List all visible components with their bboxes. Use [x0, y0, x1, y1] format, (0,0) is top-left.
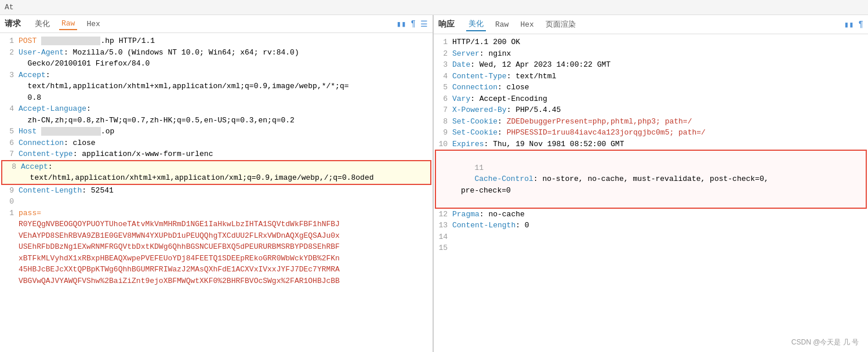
request-header: 请求 美化 Raw Hex ▮▮ ¶ ☰	[0, 15, 433, 33]
tab-hex-request[interactable]: Hex	[84, 19, 102, 30]
response-title: 响应	[438, 19, 455, 30]
table-row: R0YEQgNVBEOGQOYPUOYTUhoeTAtvMkVmMHRmD1NG…	[0, 219, 433, 230]
tab-raw-request[interactable]: Raw	[59, 18, 77, 30]
table-row: 1 HTTP/1.1 200 OK	[434, 37, 868, 48]
watermark: CSDN @今天是 几 号	[791, 338, 859, 347]
table-row-highlighted: 8 Accept:	[1, 160, 431, 173]
table-row: USEhRFbDBzNg1EXwRNMFRGQVtbDxtKDWg6QhhBGS…	[0, 241, 433, 253]
wrap-icon[interactable]: ¶	[411, 19, 416, 28]
response-code-area: 1 HTTP/1.1 200 OK 2 Server: nginx 3 Date…	[434, 34, 868, 352]
table-row: 5 Connection: close	[434, 82, 868, 93]
table-row-response-highlighted: 11 Cache-Control: no-store, no-cache, mu…	[435, 150, 867, 209]
table-row: 10 Expires: Thu, 19 Nov 1981 08:52:00 GM…	[434, 139, 868, 150]
table-row: 5 Host .op	[0, 126, 433, 137]
tab-beautify-response[interactable]: 美化	[466, 17, 486, 31]
request-code-area: 1 POST .hp HTTP/1.1 2 User-Agent: Mozill…	[0, 33, 433, 352]
table-row: 6 Connection: close	[0, 137, 433, 149]
table-row: 13 Content-Length: 0	[434, 220, 868, 231]
table-row: 3 Accept:	[0, 70, 433, 81]
table-row-highlighted-cont: text/html,application/xhtml+xml,applicat…	[1, 172, 431, 185]
tab-hex-response[interactable]: Hex	[518, 19, 536, 30]
request-title: 请求	[5, 19, 21, 29]
table-row: 45HBJcBEJcXXtQPBpKTWg6QhhBGUMRFRIWazJ2MA…	[0, 264, 433, 275]
request-panel: 请求 美化 Raw Hex ▮▮ ¶ ☰ 1 POST .hp HTTP/1.1…	[0, 15, 434, 352]
table-row: text/html,application/xhtml+xml,applicat…	[0, 81, 433, 92]
wrap-resp-icon[interactable]: ¶	[859, 20, 863, 29]
table-row: 1 pass=	[0, 208, 433, 219]
at-label: At	[5, 3, 14, 12]
table-row: 0	[0, 196, 433, 208]
table-row: 9 Set-Cookie: PHPSESSID=1ruu84iavc4a123j…	[434, 127, 868, 139]
table-row: 15	[434, 242, 868, 254]
top-bar: At	[0, 0, 868, 15]
table-row: Gecko/20100101 Firefox/84.0	[0, 58, 433, 70]
table-row: 7 Content-type: application/x-www-form-u…	[0, 148, 433, 160]
copy-icon[interactable]: ▮▮	[397, 19, 406, 29]
response-header: 响应 美化 Raw Hex 页面渲染 ▮▮ ¶	[434, 15, 868, 34]
response-panel: 响应 美化 Raw Hex 页面渲染 ▮▮ ¶ 1 HTTP/1.1 200 O…	[434, 15, 868, 352]
table-row: 1 POST .hp HTTP/1.1	[0, 35, 433, 47]
menu-icon[interactable]: ☰	[420, 19, 428, 29]
table-row: 12 Pragma: no-cache	[434, 209, 868, 220]
table-row: 8 Set-Cookie: ZDEDebuggerPresent=php,pht…	[434, 116, 868, 128]
table-row: 3 Date: Wed, 12 Apr 2023 14:00:22 GMT	[434, 59, 868, 71]
table-row: 2 User-Agent: Mozilla/5.0 (Windows NT 10…	[0, 47, 433, 59]
tab-raw-response[interactable]: Raw	[493, 19, 511, 30]
response-tools: ▮▮ ¶	[844, 20, 863, 30]
table-row: 4 Content-Type: text/html	[434, 71, 868, 82]
table-row: 6 Vary: Accept-Encoding	[434, 93, 868, 105]
table-row: 7 X-Powered-By: PHP/5.4.45	[434, 104, 868, 116]
table-row: zh-CN,zh;q=0.8,zh-TW;q=0.7,zh-HK;q=0.5,e…	[0, 115, 433, 126]
table-row: 14	[434, 231, 868, 243]
table-row: 9 Content-Length: 52541	[0, 185, 433, 197]
tab-render-response[interactable]: 页面渲染	[543, 18, 578, 31]
table-row: xBTFkMLVyhdX1xRBxpHBEAQXwpePVEFEUoYDj84F…	[0, 253, 433, 264]
table-row: 4 Accept-Language:	[0, 103, 433, 115]
table-row: 2 Server: nginx	[434, 48, 868, 60]
table-row: VEhAYPD8SEhRBVA9ZB1E0GEV8MWN4YXUPbD1uPEU…	[0, 230, 433, 242]
table-row: VBGVwQAJVYAWQFVShw%2BaiZiZnt9ejoXBFMWQwt…	[0, 275, 433, 287]
table-row: 0.8	[0, 92, 433, 104]
tab-beautify-request[interactable]: 美化	[32, 17, 52, 30]
request-tools: ▮▮ ¶ ☰	[397, 19, 428, 29]
copy-resp-icon[interactable]: ▮▮	[844, 20, 854, 30]
